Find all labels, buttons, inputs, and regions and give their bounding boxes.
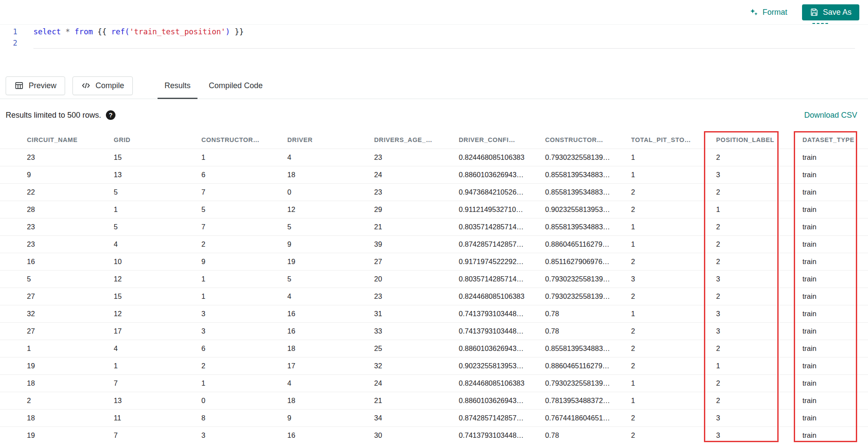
table-cell: 0.7413793103448… bbox=[459, 426, 545, 443]
table-cell: train bbox=[802, 409, 868, 426]
table-cell: 2 bbox=[631, 322, 716, 340]
table-row: 14618250.8860103626943…0.8558139534883…2… bbox=[0, 340, 868, 357]
table-cell: 0.78 bbox=[545, 305, 631, 322]
table-cell: 0.8558139534883… bbox=[545, 218, 631, 235]
table-cell: train bbox=[802, 218, 868, 235]
table-cell: 0.7813953488372… bbox=[545, 392, 631, 409]
table-cell: 18 bbox=[0, 409, 114, 426]
preview-label: Preview bbox=[29, 81, 56, 90]
table-cell: 0.7930232558139… bbox=[545, 374, 631, 392]
column-header: DRIVERS_AGE_… bbox=[374, 131, 459, 149]
tab-compiled-code[interactable]: Compiled Code bbox=[202, 73, 270, 99]
table-cell: 24 bbox=[374, 166, 459, 183]
table-cell: 0.824468085106383 bbox=[459, 288, 545, 305]
table-cell: 1 bbox=[201, 270, 287, 288]
table-cell: 1 bbox=[631, 218, 716, 235]
table-cell: train bbox=[802, 201, 868, 218]
table-cell: 16 bbox=[0, 253, 114, 270]
table-cell: 27 bbox=[0, 322, 114, 340]
table-cell: 0.8860465116279… bbox=[545, 235, 631, 253]
table-cell: 8 bbox=[201, 409, 287, 426]
table-cell: 9 bbox=[201, 253, 287, 270]
table-cell: 2 bbox=[716, 218, 802, 235]
table-cell: 2 bbox=[716, 392, 802, 409]
table-cell: 20 bbox=[374, 270, 459, 288]
table-cell: 1 bbox=[631, 166, 716, 183]
table-cell: 19 bbox=[0, 426, 114, 443]
table-row: 1610919270.9171974522292…0.8511627906976… bbox=[0, 253, 868, 270]
compile-button[interactable]: Compile bbox=[72, 76, 133, 95]
compile-label: Compile bbox=[95, 81, 124, 90]
table-cell: 24 bbox=[374, 374, 459, 392]
sql-editor[interactable]: 1 2 select * from {{ ref('train_test_pos… bbox=[0, 25, 868, 73]
table-cell: 3 bbox=[201, 305, 287, 322]
table-cell: 1 bbox=[631, 235, 716, 253]
table-cell: 6 bbox=[201, 166, 287, 183]
table-cell: 17 bbox=[114, 322, 201, 340]
table-row: 213018210.8860103626943…0.7813953488372…… bbox=[0, 392, 868, 409]
column-header: CONSTRUCTOR… bbox=[545, 131, 631, 149]
results-tabs: Results Compiled Code bbox=[158, 73, 274, 99]
column-header: DRIVER bbox=[287, 131, 374, 149]
help-icon[interactable]: ? bbox=[106, 110, 115, 120]
code-area[interactable]: select * from {{ ref('train_test_positio… bbox=[24, 26, 868, 73]
table-cell: 0.9112149532710… bbox=[459, 201, 545, 218]
download-csv-link[interactable]: Download CSV bbox=[804, 111, 857, 120]
save-icon bbox=[810, 8, 819, 17]
table-cell: 5 bbox=[287, 270, 374, 288]
table-cell: 0.8558139534883… bbox=[545, 166, 631, 183]
table-cell: 2 bbox=[716, 149, 802, 166]
table-cell: 1 bbox=[631, 305, 716, 322]
table-cell: train bbox=[802, 166, 868, 183]
table-row: 2717316330.7413793103448…0.7823train bbox=[0, 322, 868, 340]
table-row: 23575210.8035714285714…0.8558139534883…1… bbox=[0, 218, 868, 235]
format-button[interactable]: Format bbox=[749, 7, 787, 17]
table-cell: 0.8742857142857… bbox=[459, 409, 545, 426]
table-cell: train bbox=[802, 426, 868, 443]
table-cell: 1 bbox=[114, 201, 201, 218]
table-cell: 23 bbox=[374, 183, 459, 201]
preview-button[interactable]: Preview bbox=[6, 76, 65, 95]
table-cell: 7 bbox=[201, 218, 287, 235]
table-cell: 12 bbox=[114, 305, 201, 322]
table-cell: 17 bbox=[287, 357, 374, 374]
table-cell: 0.8860103626943… bbox=[459, 392, 545, 409]
table-cell: 3 bbox=[716, 270, 802, 288]
table-cell: 0.8860103626943… bbox=[459, 340, 545, 357]
table-row: 191217320.9023255813953…0.8860465116279…… bbox=[0, 357, 868, 374]
table-cell: 2 bbox=[631, 288, 716, 305]
table-cell: train bbox=[802, 270, 868, 288]
table-cell: train bbox=[802, 253, 868, 270]
table-row: 197316300.7413793103448…0.7823train bbox=[0, 426, 868, 443]
save-as-button[interactable]: Save As bbox=[802, 4, 859, 20]
tab-results[interactable]: Results bbox=[158, 73, 197, 99]
code-line-content: select * from {{ ref('train_test_positio… bbox=[33, 26, 868, 37]
table-cell: 30 bbox=[374, 426, 459, 443]
results-info-bar: Results limited to 500 rows. ? Download … bbox=[0, 99, 868, 131]
column-header: CONSTRUCTOR… bbox=[201, 131, 287, 149]
table-cell: 3 bbox=[716, 305, 802, 322]
table-cell: 2 bbox=[716, 183, 802, 201]
table-cell: 3 bbox=[201, 322, 287, 340]
table-cell: 9 bbox=[0, 166, 114, 183]
sparkles-icon bbox=[749, 7, 759, 17]
table-cell: 0.8860103626943… bbox=[459, 166, 545, 183]
table-row: 181189340.8742857142857…0.7674418604651…… bbox=[0, 409, 868, 426]
table-cell: 0.824468085106383 bbox=[459, 374, 545, 392]
table-cell: train bbox=[802, 305, 868, 322]
table-cell: 7 bbox=[114, 426, 201, 443]
table-row: 22570230.9473684210526…0.8558139534883…2… bbox=[0, 183, 868, 201]
tab-results-label: Results bbox=[164, 81, 191, 90]
table-cell: 3 bbox=[716, 166, 802, 183]
table-cell: 12 bbox=[114, 270, 201, 288]
table-cell: 3 bbox=[716, 426, 802, 443]
code-line-empty bbox=[33, 37, 855, 49]
table-cell: 0.8860465116279… bbox=[545, 357, 631, 374]
table-cell: train bbox=[802, 357, 868, 374]
table-cell: 27 bbox=[0, 288, 114, 305]
table-cell: 29 bbox=[374, 201, 459, 218]
table-cell: 5 bbox=[114, 218, 201, 235]
table-cell: 21 bbox=[374, 392, 459, 409]
table-cell: train bbox=[802, 183, 868, 201]
save-as-label: Save As bbox=[823, 8, 852, 17]
